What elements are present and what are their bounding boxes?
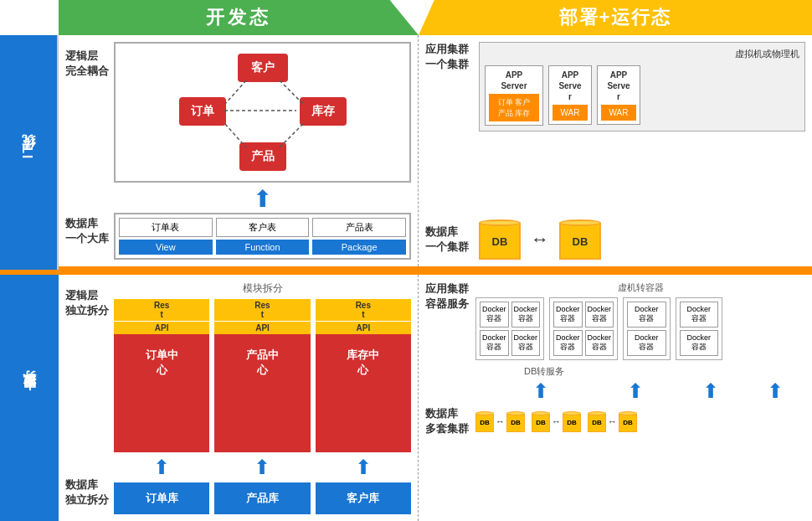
db-arrow-up-4: ⬆ <box>745 379 805 403</box>
db-label-2: DB <box>573 235 588 248</box>
deploy-label: 部署+运行态 <box>559 5 672 30</box>
db-label-1: DB <box>492 235 508 248</box>
customer-db: 客户库 <box>316 482 411 514</box>
db-mini-cyl-2a: DB <box>532 411 550 432</box>
dev-label: 开发态 <box>206 5 271 30</box>
db-cylinder-1: DB <box>479 219 521 260</box>
db-mini-body-2a: DB <box>532 414 550 432</box>
db-mini-top-2b <box>563 411 581 415</box>
docker-1-4: Docker容器 <box>511 330 541 356</box>
db-funcs-row: View Function Package <box>119 240 406 255</box>
docker-3-2: Docker容器 <box>627 330 666 356</box>
service-inventory: Rest API 库存中心 <box>316 299 411 452</box>
arrow-up-3: ⬆ <box>316 456 411 479</box>
app-server-2-title: APPServer <box>552 70 588 102</box>
dev-bottom-inner: 逻辑层独立拆分 数据库独立拆分 模块拆分 Rest <box>65 281 411 514</box>
deploy-top-content: 应用集群一个集群 虚拟机或物理机 APPServer 订单 客户产品 库存 <box>425 42 805 132</box>
db-mini-top-1a <box>475 411 494 415</box>
traditional-it-label: 传统IT <box>0 35 59 270</box>
function-item: Function <box>216 240 310 255</box>
microservice-section: 逻辑层独立拆分 数据库独立拆分 模块拆分 Rest <box>59 275 812 521</box>
db-arrow-up-3: ⬆ <box>681 379 741 403</box>
db-multi-groups: DB ↔ DB <box>475 411 637 432</box>
app-server-2-war: WAR <box>552 105 588 121</box>
microservice-text: 中台微服务 <box>21 394 39 402</box>
app-server-2: APPServer WAR <box>548 65 592 125</box>
db-multi-group-3: DB ↔ DB <box>588 411 637 432</box>
db-mini-body-2b: DB <box>563 414 581 432</box>
product-center: 产品中心 <box>214 334 310 452</box>
db-mini-body-1a: DB <box>475 414 494 432</box>
db-cylinder-2: DB <box>559 219 601 260</box>
deploy-top-area: 应用集群一个集群 虚拟机或物理机 APPServer 订单 客户产品 库存 <box>419 35 812 266</box>
sections-area: 逻辑层完全耦合 数据库一个大库 客户 订单 <box>59 35 812 521</box>
db-one-box: 订单表 客户表 产品表 View Function Package <box>114 213 411 260</box>
db-mini-top-1b <box>506 411 525 415</box>
order-center: 订单中心 <box>114 334 209 452</box>
db-cluster-section: 数据库一个集群 DB ↔ <box>425 213 805 260</box>
api-label-3: API <box>316 321 411 334</box>
db-arrow-up-1: ⬆ <box>491 379 590 403</box>
order-db: 订单库 <box>114 482 209 514</box>
api-label-2: API <box>214 321 310 334</box>
left-labels: 传统IT 中台微服务 <box>0 35 59 521</box>
db-mini-label-2a: DB <box>536 419 546 426</box>
db-split-row: 订单库 产品库 客户库 <box>114 482 411 514</box>
traditional-it-text: 传统IT <box>20 143 38 162</box>
app-cluster-section: 应用集群一个集群 <box>425 42 469 75</box>
db-mini-cyl-1b: DB <box>506 411 525 432</box>
module-split-label: 模块拆分 <box>114 281 411 296</box>
app-container-label: 应用集群容器服务 <box>425 281 469 312</box>
dev-bottom-content: 模块拆分 Rest API 订单中心 <box>114 281 411 514</box>
container-group-3: Docker容器 Docker容器 <box>623 297 671 360</box>
db-multi-group-1: DB ↔ DB <box>475 411 525 432</box>
dev-top-area: 逻辑层完全耦合 数据库一个大库 客户 订单 <box>59 35 419 266</box>
package-item: Package <box>312 240 406 255</box>
db-transfer-row: DB转服务 ⬆ ⬆ ⬆ ⬆ <box>425 365 805 403</box>
db-multi-row: 数据库多套集群 DB ↔ DB <box>425 406 805 436</box>
arrow-up-2: ⬆ <box>214 456 310 479</box>
db-mini-cyl-2b: DB <box>563 411 581 432</box>
rest-api-badge-3: Rest API <box>316 299 411 334</box>
app-server-1: APPServer 订单 客户产品 库存 <box>485 65 543 126</box>
docker-4-2: Docker容器 <box>680 330 719 356</box>
app-server-1-title: APPServer <box>489 70 539 91</box>
db-cylinders: DB ↔ DB <box>479 219 601 260</box>
svg-line-1 <box>280 80 303 104</box>
vm-title: 虚拟机或物理机 <box>485 48 799 60</box>
db-mini-top-3a <box>588 411 606 415</box>
service-product: Rest API 产品中心 <box>214 299 310 452</box>
db-multi-group-2: DB ↔ DB <box>532 411 581 432</box>
docker-2-3: Docker容器 <box>553 330 583 356</box>
content-area: 传统IT 中台微服务 逻辑层完全耦合 数据库一个大库 <box>0 35 812 521</box>
logic-coupled-box: 客户 订单 库存 产品 <box>114 42 411 183</box>
dev-bottom-labels: 逻辑层独立拆分 数据库独立拆分 <box>65 281 114 514</box>
svg-line-0 <box>225 80 246 104</box>
db-mini-body-3a: DB <box>588 414 606 432</box>
vm-container-label: 虚机转容器 <box>475 281 805 294</box>
vm-box: 虚拟机或物理机 APPServer 订单 客户产品 库存 APPServer <box>479 42 805 132</box>
header-dev: 开发态 <box>59 0 419 35</box>
node-connectors <box>179 54 347 171</box>
header-spacer <box>0 0 59 35</box>
db-arrow-up-2: ⬆ <box>595 379 675 403</box>
docker-1-1: Docker容器 <box>480 302 509 328</box>
rest-label-2: Rest <box>214 299 310 321</box>
db-tables-row: 订单表 客户表 产品表 <box>119 218 406 237</box>
docker-1-3: Docker容器 <box>480 330 509 356</box>
db-mini-top-3b <box>619 411 637 415</box>
db-mini-body-1b: DB <box>506 414 525 432</box>
db-transfer-content: DB转服务 ⬆ ⬆ ⬆ ⬆ <box>491 365 805 403</box>
order-table: 订单表 <box>119 218 213 237</box>
db-split-label: 数据库独立拆分 <box>65 477 114 508</box>
service-order: Rest API 订单中心 <box>114 299 209 452</box>
db-mini-label-1a: DB <box>480 419 490 426</box>
header-row: 开发态 部署+运行态 <box>0 0 812 35</box>
container-group-4: Docker容器 Docker容器 <box>676 297 723 360</box>
docker-2-4: Docker容器 <box>585 330 614 356</box>
rest-api-badge-1: Rest API <box>114 299 209 334</box>
svg-line-2 <box>225 124 246 147</box>
app-container-labels: 应用集群容器服务 <box>425 281 469 312</box>
service-arrows: ⬆ ⬆ ⬆ <box>114 456 411 479</box>
docker-2-2: Docker容器 <box>585 302 614 328</box>
